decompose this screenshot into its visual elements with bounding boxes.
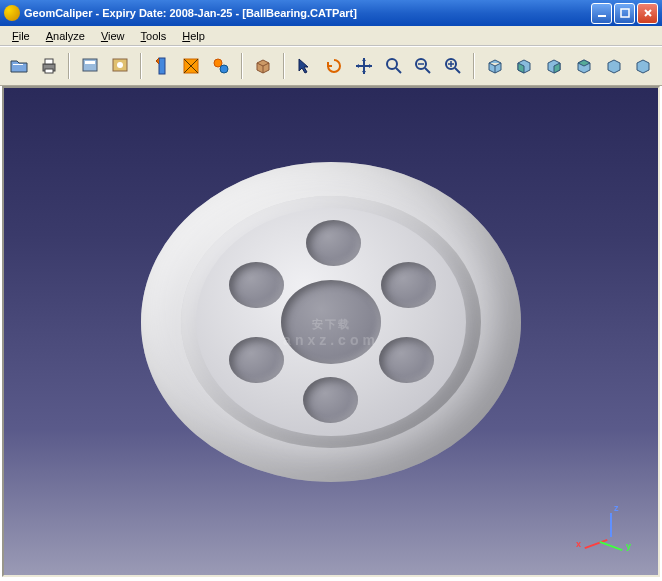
svg-point-14: [387, 59, 397, 69]
compute-button[interactable]: [77, 53, 103, 79]
axis-z-label: z: [614, 503, 619, 513]
3d-viewport[interactable]: 安下载 anxz.com x y z: [4, 88, 658, 575]
measure-area-button[interactable]: [179, 53, 205, 79]
iso-view-button[interactable]: [482, 53, 508, 79]
svg-point-9: [117, 62, 123, 68]
svg-rect-2: [13, 64, 23, 65]
toolbar-separator: [68, 53, 70, 79]
menu-analyze[interactable]: Analyze: [38, 28, 93, 44]
left-view-button[interactable]: [571, 53, 597, 79]
svg-point-13: [220, 65, 228, 73]
window-title: GeomCaliper - Expiry Date: 2008-Jan-25 -…: [24, 7, 591, 19]
svg-rect-6: [83, 59, 97, 71]
maximize-button[interactable]: [614, 3, 635, 24]
model-bearing[interactable]: [141, 162, 521, 482]
toolbar: [0, 46, 662, 86]
svg-rect-0: [598, 15, 606, 17]
back-view-button[interactable]: [541, 53, 567, 79]
toolbar-separator: [241, 53, 243, 79]
menu-tools[interactable]: Tools: [133, 28, 175, 44]
axis-gizmo[interactable]: x y z: [584, 501, 644, 561]
close-button[interactable]: [637, 3, 658, 24]
package-button[interactable]: [250, 53, 276, 79]
minimize-button[interactable]: [591, 3, 612, 24]
menu-view[interactable]: View: [93, 28, 133, 44]
app-icon: [4, 5, 20, 21]
toolbar-separator: [140, 53, 142, 79]
settings-button[interactable]: [107, 53, 133, 79]
right-view-button[interactable]: [601, 53, 627, 79]
axis-x-label: x: [576, 539, 581, 549]
menu-file[interactable]: File: [4, 28, 38, 44]
rotate-button[interactable]: [321, 53, 347, 79]
top-view-button[interactable]: [630, 53, 656, 79]
axis-y-label: y: [626, 541, 631, 551]
measure-button[interactable]: [149, 53, 175, 79]
svg-rect-4: [45, 59, 53, 64]
workspace: 安下载 anxz.com x y z: [2, 86, 660, 577]
svg-rect-1: [621, 9, 629, 17]
svg-rect-7: [85, 61, 95, 64]
front-view-button[interactable]: [512, 53, 538, 79]
menu-help[interactable]: Help: [174, 28, 213, 44]
svg-rect-5: [45, 69, 53, 73]
zoom-in-button[interactable]: [440, 53, 466, 79]
titlebar: GeomCaliper - Expiry Date: 2008-Jan-25 -…: [0, 0, 662, 26]
svg-point-12: [214, 59, 222, 67]
svg-rect-10: [159, 58, 165, 74]
toolbar-separator: [283, 53, 285, 79]
select-arrow-button[interactable]: [292, 53, 318, 79]
zoom-button[interactable]: [381, 53, 407, 79]
zoom-out-button[interactable]: [410, 53, 436, 79]
open-file-button[interactable]: [6, 53, 32, 79]
toolbar-separator: [473, 53, 475, 79]
menubar: File Analyze View Tools Help: [0, 26, 662, 46]
pan-button[interactable]: [351, 53, 377, 79]
measure-group-button[interactable]: [208, 53, 234, 79]
print-button[interactable]: [36, 53, 62, 79]
window-controls: [591, 3, 658, 24]
